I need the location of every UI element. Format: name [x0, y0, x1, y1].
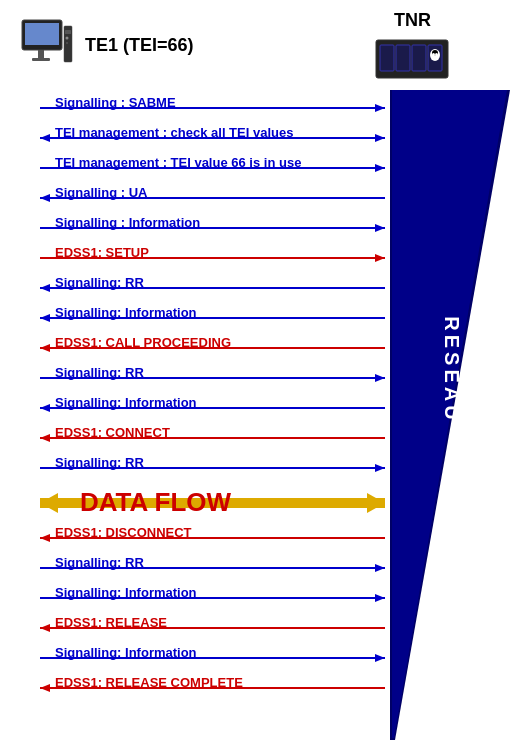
- svg-rect-11: [412, 45, 426, 71]
- svg-point-6: [66, 36, 69, 39]
- svg-marker-59: [375, 654, 385, 662]
- reseau-label: RESEAU: [440, 316, 463, 423]
- svg-marker-32: [375, 254, 385, 262]
- svg-point-16: [435, 53, 438, 57]
- msg-5: EDSS1: SETUP: [55, 245, 149, 260]
- svg-rect-1: [25, 23, 59, 45]
- msg-9: Signalling: RR: [55, 365, 144, 380]
- svg-marker-61: [40, 684, 50, 692]
- msg-7: Signalling: Information: [55, 305, 197, 320]
- te1-label: TE1 (TEI=66): [85, 35, 194, 56]
- msg-3: Signalling : UA: [55, 185, 147, 200]
- svg-rect-2: [38, 50, 44, 58]
- msg-2: TEI management : TEI value 66 is in use: [55, 155, 301, 170]
- msg-11: EDSS1: CONNECT: [55, 425, 170, 440]
- msg-0: Signalling : SABME: [55, 95, 176, 110]
- msg-6: Signalling: RR: [55, 275, 144, 290]
- svg-marker-30: [375, 224, 385, 232]
- msg-10: Signalling: Information: [55, 395, 197, 410]
- msg-19: EDSS1: RELEASE COMPLETE: [55, 675, 243, 690]
- msg-16: Signalling: Information: [55, 585, 197, 600]
- svg-rect-5: [65, 30, 71, 34]
- msg-17: EDSS1: RELEASE: [55, 615, 167, 630]
- svg-marker-26: [375, 164, 385, 172]
- msg-14: EDSS1: DISCONNECT: [55, 525, 192, 540]
- svg-marker-20: [375, 104, 385, 112]
- computer-icon: [20, 18, 75, 73]
- msg-18: Signalling: Information: [55, 645, 197, 660]
- svg-marker-48: [40, 493, 58, 513]
- svg-marker-46: [375, 464, 385, 472]
- svg-marker-44: [40, 434, 50, 442]
- svg-marker-24: [375, 134, 385, 142]
- svg-marker-55: [375, 594, 385, 602]
- tnr-section: TNR: [375, 10, 450, 80]
- svg-marker-40: [375, 374, 385, 382]
- svg-marker-49: [367, 493, 385, 513]
- svg-marker-42: [40, 404, 50, 412]
- svg-rect-3: [32, 58, 50, 61]
- main-container: TE1 (TEI=66) TNR: [0, 0, 510, 740]
- svg-marker-28: [40, 194, 50, 202]
- msg-1: TEI management : check all TEI values: [55, 125, 293, 140]
- msg-8: EDSS1: CALL PROCEEDING: [55, 335, 231, 350]
- svg-marker-34: [40, 284, 50, 292]
- svg-marker-36: [40, 314, 50, 322]
- tnr-label: TNR: [394, 10, 431, 31]
- svg-marker-51: [40, 534, 50, 542]
- header: TE1 (TEI=66) TNR: [0, 0, 510, 85]
- te1-section: TE1 (TEI=66): [20, 18, 194, 73]
- msg-13-dataflow: DATA FLOW: [80, 487, 231, 518]
- tnr-icon: [375, 35, 450, 80]
- svg-marker-23: [40, 134, 50, 142]
- svg-marker-57: [40, 624, 50, 632]
- svg-point-7: [66, 42, 68, 44]
- svg-marker-53: [375, 564, 385, 572]
- svg-rect-9: [380, 45, 394, 71]
- svg-rect-10: [396, 45, 410, 71]
- svg-point-15: [432, 53, 435, 57]
- msg-4: Signalling : Information: [55, 215, 200, 230]
- svg-marker-38: [40, 344, 50, 352]
- msg-12: Signalling: RR: [55, 455, 144, 470]
- msg-15: Signalling: RR: [55, 555, 144, 570]
